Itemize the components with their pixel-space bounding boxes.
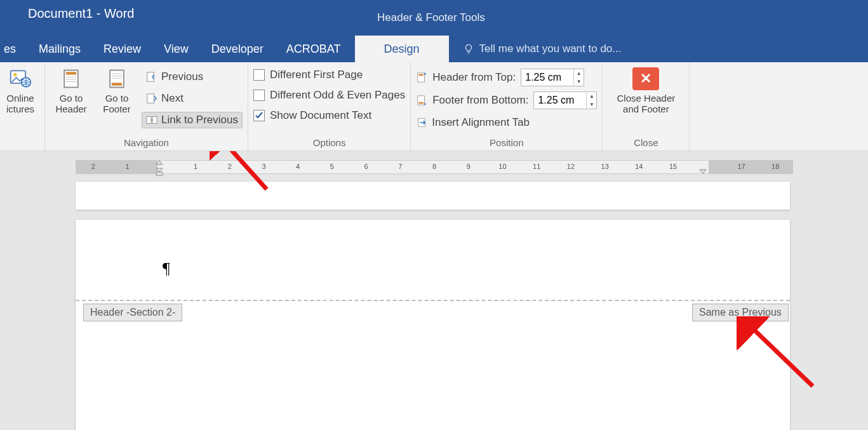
group-label-position: Position <box>416 135 597 148</box>
go-to-header-icon <box>60 67 83 90</box>
footer-from-bottom-input[interactable] <box>534 92 586 109</box>
footer-from-bottom-icon <box>416 95 427 106</box>
contextual-tool-label: Header & Footer Tools <box>366 0 497 36</box>
checkbox-icon <box>253 69 265 81</box>
header-from-top-spinner[interactable]: ▲▼ <box>521 69 584 86</box>
ribbon-tabs: es Mailings Review View Developer ACROBA… <box>0 36 868 62</box>
online-pictures-button[interactable]: Online ictures <box>1 65 39 115</box>
svg-rect-16 <box>152 117 157 124</box>
text-cursor-icon: ¶ <box>163 259 170 278</box>
tab-design[interactable]: Design <box>355 36 449 62</box>
next-icon <box>146 93 157 104</box>
spin-up-icon[interactable]: ▲ <box>574 69 584 77</box>
alignment-tab-icon <box>417 117 428 128</box>
go-to-footer-button[interactable]: Go to Footer <box>96 65 138 115</box>
svg-rect-12 <box>112 83 122 86</box>
indent-marker-right-icon[interactable] <box>698 167 707 176</box>
close-header-footer-button[interactable]: ✕ Close Header and Footer <box>608 65 684 115</box>
ribbon-group-navigation: Go to Header Go to Footer <box>45 62 248 151</box>
header-from-top-label: Header from Top: <box>432 71 516 84</box>
ribbon-group-options: Different First Page Different Odd & Eve… <box>248 62 411 151</box>
previous-button[interactable]: Previous <box>142 69 243 85</box>
checkbox-different-first-page[interactable]: Different First Page <box>253 69 405 81</box>
footer-from-bottom-spinner[interactable]: ▲▼ <box>533 91 597 109</box>
footer-from-bottom-label: Footer from Bottom: <box>432 94 528 107</box>
header-from-top-input[interactable] <box>521 69 573 86</box>
tab-references-partial[interactable]: es <box>0 36 27 62</box>
document-title: Document1 - Word <box>28 6 134 21</box>
next-button[interactable]: Next <box>142 90 243 107</box>
horizontal-ruler[interactable]: 211234567891011121314151718 <box>76 160 793 174</box>
svg-rect-15 <box>147 117 151 124</box>
group-label-close: Close <box>608 135 684 148</box>
go-to-footer-icon <box>105 67 128 90</box>
svg-marker-23 <box>156 168 163 172</box>
header-boundary-line <box>76 300 790 301</box>
page-current[interactable]: ¶ <box>76 220 790 430</box>
link-to-previous-button[interactable]: Link to Previous <box>142 112 243 128</box>
ribbon: Online ictures Go to Header <box>0 62 868 151</box>
tell-me-search[interactable]: Tell me what you want to do... <box>449 43 622 55</box>
tab-developer[interactable]: Developer <box>200 36 275 62</box>
svg-marker-25 <box>700 170 706 173</box>
group-label-options: Options <box>253 135 405 148</box>
svg-point-1 <box>13 73 17 76</box>
svg-rect-20 <box>419 102 424 104</box>
svg-marker-22 <box>156 161 163 165</box>
tell-me-placeholder: Tell me what you want to do... <box>479 43 622 55</box>
tab-acrobat[interactable]: ACROBAT <box>275 36 352 62</box>
page-previous-bottom <box>76 182 790 210</box>
spin-up-icon[interactable]: ▲ <box>587 92 596 100</box>
ruler-labels: 211234567891011121314151718 <box>76 163 792 170</box>
indent-marker-left-icon[interactable] <box>155 159 164 176</box>
spin-down-icon[interactable]: ▼ <box>574 77 584 86</box>
checkbox-show-document-text[interactable]: Show Document Text <box>253 109 405 122</box>
document-area: 211234567891011121314151718 ¶ Header -Se… <box>0 151 868 430</box>
checkbox-checked-icon <box>253 110 265 121</box>
ribbon-group-position: Header from Top: ▲▼ Footer from Bottom: <box>411 62 603 151</box>
svg-rect-4 <box>66 72 76 75</box>
same-as-previous-tag: Same as Previous <box>692 304 789 321</box>
tab-view[interactable]: View <box>152 36 200 62</box>
spin-down-icon[interactable]: ▼ <box>587 100 596 109</box>
header-section-tag: Header -Section 2- <box>83 304 182 321</box>
previous-icon <box>146 71 157 83</box>
lightbulb-icon <box>463 43 474 55</box>
group-label-navigation: Navigation <box>50 135 243 148</box>
svg-rect-13 <box>147 72 154 81</box>
header-from-top-icon <box>416 72 427 83</box>
svg-rect-14 <box>147 94 154 103</box>
ribbon-group-close: ✕ Close Header and Footer Close <box>603 62 690 151</box>
checkbox-different-odd-even[interactable]: Different Odd & Even Pages <box>253 89 405 102</box>
checkbox-icon <box>253 90 265 101</box>
online-pictures-icon <box>9 67 32 90</box>
svg-rect-18 <box>419 74 424 76</box>
title-bar: Document1 - Word Header & Footer Tools <box>0 0 868 36</box>
tab-review[interactable]: Review <box>92 36 152 62</box>
svg-rect-24 <box>156 172 163 175</box>
insert-alignment-tab-button[interactable]: Insert Alignment Tab <box>416 114 597 131</box>
tab-mailings[interactable]: Mailings <box>27 36 92 62</box>
link-to-previous-icon <box>146 114 157 126</box>
go-to-header-button[interactable]: Go to Header <box>50 65 92 115</box>
close-icon: ✕ <box>632 67 659 90</box>
